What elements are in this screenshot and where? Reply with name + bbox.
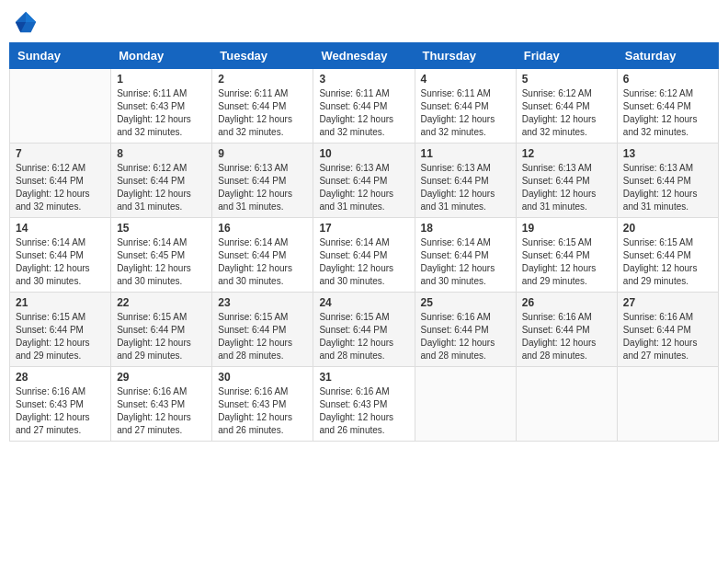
day-number: 29 [117, 371, 206, 384]
calendar-table: SundayMondayTuesdayWednesdayThursdayFrid… [9, 42, 719, 442]
calendar-cell: 14Sunrise: 6:14 AM Sunset: 6:44 PM Dayli… [10, 218, 111, 293]
day-number: 5 [522, 73, 611, 86]
day-number: 14 [16, 222, 105, 235]
calendar-cell: 27Sunrise: 6:16 AM Sunset: 6:44 PM Dayli… [617, 293, 718, 367]
day-info: Sunrise: 6:12 AM Sunset: 6:44 PM Dayligh… [16, 162, 105, 213]
day-number: 24 [319, 296, 408, 309]
calendar-cell: 26Sunrise: 6:16 AM Sunset: 6:44 PM Dayli… [516, 293, 617, 367]
calendar-cell: 30Sunrise: 6:16 AM Sunset: 6:43 PM Dayli… [212, 367, 313, 442]
calendar-week-2: 7Sunrise: 6:12 AM Sunset: 6:44 PM Daylig… [10, 144, 719, 218]
day-number: 1 [117, 73, 206, 86]
day-info: Sunrise: 6:15 AM Sunset: 6:44 PM Dayligh… [522, 236, 611, 288]
day-info: Sunrise: 6:11 AM Sunset: 6:44 PM Dayligh… [218, 87, 307, 139]
day-number: 31 [319, 371, 408, 384]
day-info: Sunrise: 6:16 AM Sunset: 6:43 PM Dayligh… [319, 385, 408, 437]
calendar-week-5: 28Sunrise: 6:16 AM Sunset: 6:43 PM Dayli… [10, 367, 719, 442]
day-info: Sunrise: 6:13 AM Sunset: 6:44 PM Dayligh… [623, 162, 712, 213]
calendar-cell: 13Sunrise: 6:13 AM Sunset: 6:44 PM Dayli… [617, 144, 718, 218]
calendar-cell: 29Sunrise: 6:16 AM Sunset: 6:43 PM Dayli… [111, 367, 212, 442]
day-info: Sunrise: 6:15 AM Sunset: 6:44 PM Dayligh… [117, 311, 206, 362]
day-info: Sunrise: 6:16 AM Sunset: 6:44 PM Dayligh… [421, 311, 510, 362]
calendar-cell: 20Sunrise: 6:15 AM Sunset: 6:44 PM Dayli… [617, 218, 718, 293]
day-number: 8 [117, 147, 206, 160]
day-info: Sunrise: 6:14 AM Sunset: 6:44 PM Dayligh… [16, 236, 105, 288]
day-number: 19 [522, 222, 611, 235]
day-number: 25 [421, 296, 510, 309]
day-number: 16 [218, 222, 307, 235]
calendar-cell: 10Sunrise: 6:13 AM Sunset: 6:44 PM Dayli… [313, 144, 415, 218]
calendar-cell: 18Sunrise: 6:14 AM Sunset: 6:44 PM Dayli… [415, 218, 516, 293]
day-number: 21 [16, 296, 105, 309]
day-number: 4 [421, 73, 510, 86]
day-info: Sunrise: 6:16 AM Sunset: 6:44 PM Dayligh… [522, 311, 611, 362]
day-info: Sunrise: 6:14 AM Sunset: 6:44 PM Dayligh… [218, 236, 307, 288]
logo [13, 9, 42, 35]
calendar-header-wednesday: Wednesday [313, 43, 415, 69]
day-info: Sunrise: 6:12 AM Sunset: 6:44 PM Dayligh… [117, 162, 206, 213]
calendar-cell [516, 367, 617, 442]
calendar-header-monday: Monday [111, 43, 212, 69]
day-info: Sunrise: 6:15 AM Sunset: 6:44 PM Dayligh… [16, 311, 105, 362]
day-info: Sunrise: 6:15 AM Sunset: 6:44 PM Dayligh… [218, 311, 307, 362]
day-info: Sunrise: 6:15 AM Sunset: 6:44 PM Dayligh… [623, 236, 712, 288]
calendar-cell [10, 69, 111, 144]
day-info: Sunrise: 6:11 AM Sunset: 6:44 PM Dayligh… [319, 87, 408, 139]
calendar-cell: 6Sunrise: 6:12 AM Sunset: 6:44 PM Daylig… [617, 69, 718, 144]
day-number: 9 [218, 147, 307, 160]
day-info: Sunrise: 6:14 AM Sunset: 6:44 PM Dayligh… [421, 236, 510, 288]
calendar-cell: 7Sunrise: 6:12 AM Sunset: 6:44 PM Daylig… [10, 144, 111, 218]
calendar-cell: 31Sunrise: 6:16 AM Sunset: 6:43 PM Dayli… [313, 367, 415, 442]
svg-marker-1 [26, 12, 36, 22]
calendar-header-friday: Friday [516, 43, 617, 69]
calendar-cell: 21Sunrise: 6:15 AM Sunset: 6:44 PM Dayli… [10, 293, 111, 367]
calendar-cell: 2Sunrise: 6:11 AM Sunset: 6:44 PM Daylig… [212, 69, 313, 144]
calendar-header-thursday: Thursday [415, 43, 516, 69]
day-info: Sunrise: 6:13 AM Sunset: 6:44 PM Dayligh… [319, 162, 408, 213]
day-number: 28 [16, 371, 105, 384]
day-number: 30 [218, 371, 307, 384]
calendar-cell: 28Sunrise: 6:16 AM Sunset: 6:43 PM Dayli… [10, 367, 111, 442]
day-number: 20 [623, 222, 712, 235]
day-info: Sunrise: 6:15 AM Sunset: 6:44 PM Dayligh… [319, 311, 408, 362]
day-number: 18 [421, 222, 510, 235]
day-info: Sunrise: 6:14 AM Sunset: 6:44 PM Dayligh… [319, 236, 408, 288]
calendar-cell: 19Sunrise: 6:15 AM Sunset: 6:44 PM Dayli… [516, 218, 617, 293]
calendar-cell: 4Sunrise: 6:11 AM Sunset: 6:44 PM Daylig… [415, 69, 516, 144]
calendar-cell: 16Sunrise: 6:14 AM Sunset: 6:44 PM Dayli… [212, 218, 313, 293]
day-info: Sunrise: 6:16 AM Sunset: 6:44 PM Dayligh… [623, 311, 712, 362]
calendar-cell: 1Sunrise: 6:11 AM Sunset: 6:43 PM Daylig… [111, 69, 212, 144]
calendar-cell: 11Sunrise: 6:13 AM Sunset: 6:44 PM Dayli… [415, 144, 516, 218]
calendar-cell: 17Sunrise: 6:14 AM Sunset: 6:44 PM Dayli… [313, 218, 415, 293]
calendar-cell: 5Sunrise: 6:12 AM Sunset: 6:44 PM Daylig… [516, 69, 617, 144]
day-info: Sunrise: 6:12 AM Sunset: 6:44 PM Dayligh… [522, 87, 611, 139]
day-info: Sunrise: 6:16 AM Sunset: 6:43 PM Dayligh… [16, 385, 105, 437]
day-info: Sunrise: 6:16 AM Sunset: 6:43 PM Dayligh… [117, 385, 206, 437]
calendar-cell: 3Sunrise: 6:11 AM Sunset: 6:44 PM Daylig… [313, 69, 415, 144]
calendar-cell: 15Sunrise: 6:14 AM Sunset: 6:45 PM Dayli… [111, 218, 212, 293]
day-number: 23 [218, 296, 307, 309]
calendar-cell: 24Sunrise: 6:15 AM Sunset: 6:44 PM Dayli… [313, 293, 415, 367]
day-info: Sunrise: 6:13 AM Sunset: 6:44 PM Dayligh… [421, 162, 510, 213]
calendar-cell: 23Sunrise: 6:15 AM Sunset: 6:44 PM Dayli… [212, 293, 313, 367]
calendar-header-tuesday: Tuesday [212, 43, 313, 69]
calendar-header-sunday: Sunday [10, 43, 111, 69]
day-info: Sunrise: 6:13 AM Sunset: 6:44 PM Dayligh… [218, 162, 307, 213]
day-info: Sunrise: 6:13 AM Sunset: 6:44 PM Dayligh… [522, 162, 611, 213]
day-info: Sunrise: 6:11 AM Sunset: 6:44 PM Dayligh… [421, 87, 510, 139]
calendar-week-1: 1Sunrise: 6:11 AM Sunset: 6:43 PM Daylig… [10, 69, 719, 144]
day-number: 15 [117, 222, 206, 235]
logo-icon [13, 9, 39, 35]
day-number: 7 [16, 147, 105, 160]
day-number: 12 [522, 147, 611, 160]
calendar-cell [617, 367, 718, 442]
calendar-cell: 9Sunrise: 6:13 AM Sunset: 6:44 PM Daylig… [212, 144, 313, 218]
day-info: Sunrise: 6:12 AM Sunset: 6:44 PM Dayligh… [623, 87, 712, 139]
calendar-cell: 25Sunrise: 6:16 AM Sunset: 6:44 PM Dayli… [415, 293, 516, 367]
calendar-cell: 8Sunrise: 6:12 AM Sunset: 6:44 PM Daylig… [111, 144, 212, 218]
page-header [9, 9, 719, 35]
calendar-cell [415, 367, 516, 442]
day-number: 26 [522, 296, 611, 309]
day-info: Sunrise: 6:16 AM Sunset: 6:43 PM Dayligh… [218, 385, 307, 437]
day-number: 17 [319, 222, 408, 235]
calendar-week-3: 14Sunrise: 6:14 AM Sunset: 6:44 PM Dayli… [10, 218, 719, 293]
